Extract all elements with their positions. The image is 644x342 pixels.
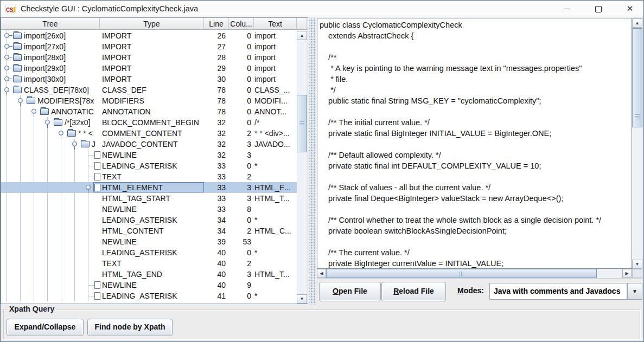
tree-expanded-handle-icon[interactable] [18,98,23,103]
table-row[interactable]: LEADING_ASTERISK410* [1,291,297,301]
scroll-down-icon[interactable]: ▼ [297,294,307,304]
tree-expanded-handle-icon[interactable] [31,109,36,114]
type-cell: LEADING_ASTERISK [102,291,202,301]
folder-icon [67,130,76,137]
type-cell: CLASS_DEF [102,85,202,95]
tree-expanded-handle-icon[interactable] [4,87,9,92]
column-header-text[interactable]: Text [254,18,297,30]
tree-collapsed-handle-icon[interactable] [4,76,9,81]
tree-node-label: /*[32x0] [65,117,90,128]
table-row[interactable]: ANNOTATICANNOTATION780ANNOT... [1,106,297,117]
reload-file-button[interactable]: Reload File [381,282,446,301]
tree-guide-line [61,150,61,160]
table-row[interactable]: HTML_CONTENT342HTML_C... [1,225,297,236]
window-close-button[interactable]: ✕ [617,1,642,17]
tree-guide-line [20,171,21,182]
tree-scrollbar-thumb[interactable] [297,95,307,152]
find-node-by-xpath-button[interactable]: Find node by Xpath [87,319,173,336]
table-row[interactable]: HTML_TAG_END403HTML_T... [1,269,297,280]
table-row[interactable]: NEWLINE338 [1,204,297,215]
table-row[interactable]: TEXT402 [1,258,297,269]
tree-expanded-handle-icon[interactable] [72,141,77,146]
tree-collapsed-handle-icon[interactable] [4,33,9,38]
tree-cell [1,247,101,258]
text-cell: ANNOT... [254,106,297,117]
table-row[interactable]: MODIFIERS[78xMODIFIERS780MODIFI... [1,95,297,106]
tree-guide-line [20,258,21,269]
column-cell: 0 [229,106,251,117]
text-cell: HTML_C... [254,225,297,236]
tree-guide-line [47,171,48,182]
tree-guide-line [47,193,48,204]
scroll-left-icon[interactable]: ◀ [317,269,326,278]
column-header-tree[interactable]: Tree [1,18,100,30]
line-cell: 33 [204,193,226,204]
scroll-right-icon[interactable]: ▶ [622,269,632,278]
table-row[interactable]: CLASS_DEF[78x0]CLASS_DEF780CLASS_... [1,85,297,95]
table-row[interactable]: JJAVADOC_CONTENT323JAVADO... [1,139,297,150]
table-row[interactable]: NEWLINE409 [1,280,297,291]
code-horizontal-scrollbar[interactable]: ◀ ▶ [317,269,632,278]
tree-cell: * * < [1,128,101,139]
table-row[interactable]: /*[32x0]BLOCK_COMMENT_BEGIN320/* [1,117,297,128]
tree-cell [1,160,101,171]
window-maximize-button[interactable] [586,1,611,17]
folder-icon [13,43,22,50]
tree-guide-line [61,258,61,269]
tree-expanded-handle-icon[interactable] [45,120,50,125]
column-header-colu[interactable]: Colu... [229,18,254,30]
scroll-up-icon[interactable]: ▲ [632,18,642,28]
tree-cell [1,269,101,280]
tree-collapsed-handle-icon[interactable] [4,44,9,49]
table-row[interactable]: import[27x0]IMPORT270import [1,41,297,52]
tree-guide-line [7,225,7,236]
column-header-line[interactable]: Line [204,18,229,30]
table-row[interactable]: NEWLINE323 [1,150,297,160]
tree-cell [1,291,101,301]
window-minimize-button[interactable] [554,1,579,17]
scroll-up-icon[interactable]: ▲ [297,31,307,40]
table-row[interactable]: * * <COMMENT_CONTENT322* * <div>... [1,128,297,139]
tree-expanded-handle-icon[interactable] [86,185,91,190]
expand-collapse-button[interactable]: Expand/Collapse [7,319,84,336]
split-pane-divider[interactable] [309,18,316,305]
table-row[interactable]: LEADING_ASTERISK340* [1,215,297,225]
table-row[interactable]: import[28x0]IMPORT280import [1,52,297,63]
text-cell: HTML_E... [254,182,297,193]
tree-expanded-handle-icon[interactable] [59,131,63,135]
tree-vertical-scrollbar[interactable]: ▲ ▼ [297,30,307,304]
tree-collapsed-handle-icon[interactable] [4,55,9,60]
open-file-button[interactable]: Open File [319,282,381,301]
source-panel: public class CyclomaticComplexityCheck e… [317,18,643,305]
table-row[interactable]: LEADING_ASTERISK400* [1,247,297,258]
table-row[interactable]: LEADING_ASTERISK330* [1,160,297,171]
tree-guide-line [74,225,75,236]
column-cell: 8 [229,204,251,215]
maximize-icon [595,6,602,12]
tree-node-label: import[29x0] [24,63,66,74]
table-row[interactable]: import[26x0]IMPORT260import [1,30,297,41]
line-cell: 40 [204,269,226,280]
type-cell: HTML_TAG_END [102,269,202,280]
code-hscrollbar-thumb[interactable] [326,269,597,278]
line-cell: 78 [204,106,226,117]
tree-guide-line [20,225,21,236]
combobox-arrow-icon[interactable]: ▼ [627,283,642,300]
scroll-down-icon[interactable]: ▼ [632,260,642,269]
source-code-area[interactable]: public class CyclomaticComplexityCheck e… [317,18,632,269]
modes-combobox[interactable]: Java with comments and Javadocs [489,283,627,300]
tree-guide-line [34,280,34,291]
code-scrollbar-thumb[interactable] [632,28,642,127]
tree-guide-line [34,117,34,128]
table-row[interactable]: TEXT332 [1,171,297,182]
table-row[interactable]: import[29x0]IMPORT290import [1,63,297,74]
tree-guide-line [88,236,88,247]
column-header-type[interactable]: Type [100,18,204,30]
table-row[interactable]: import[30x0]IMPORT300import [1,74,297,85]
tree-collapsed-handle-icon[interactable] [4,66,9,70]
table-row[interactable]: HTML_TAG_START333HTML_T... [1,193,297,204]
code-vertical-scrollbar[interactable]: ▲ ▼ [632,18,642,269]
table-row[interactable]: NEWLINE3953 [1,236,297,247]
table-row[interactable]: HTML_ELEMENT333HTML_E... [1,182,297,193]
tree-node-label: import[26x0] [24,30,66,41]
